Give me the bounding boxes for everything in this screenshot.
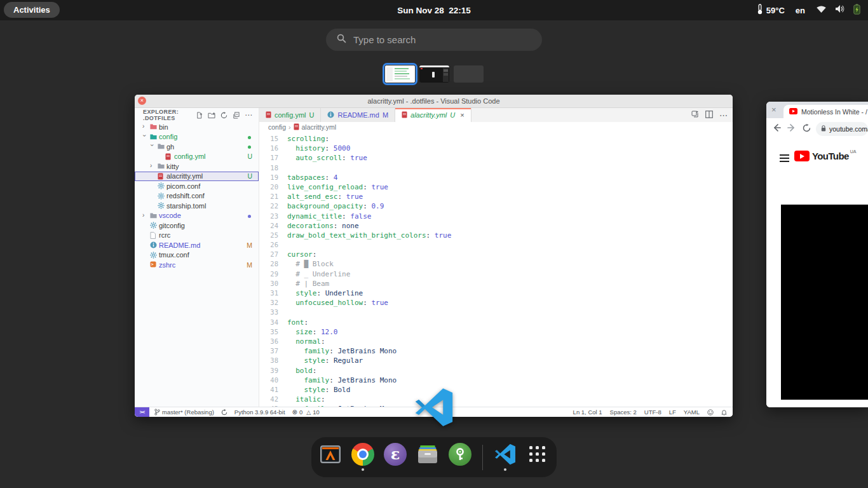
vscode-titlebar: × alacritty.yml - .dotfiles - Visual Stu…	[135, 95, 733, 108]
keyboard-layout-indicator[interactable]: en	[796, 6, 805, 15]
more-actions-icon[interactable]: ⋯	[719, 111, 728, 120]
tree-item-vscode[interactable]: ›vscode	[135, 211, 259, 221]
open-changes-icon[interactable]	[691, 111, 699, 119]
line-number: 22	[259, 201, 287, 211]
youtube-logo[interactable]: YouTube UA	[794, 151, 856, 161]
tree-item-config.yml[interactable]: config.ymlU	[135, 152, 259, 162]
explorer-header: EXPLORER: .DOTFILES ⋯	[135, 108, 259, 122]
status-lf[interactable]: LF	[669, 409, 676, 416]
close-tab-icon[interactable]: ×	[460, 111, 464, 119]
dock-item-chrome[interactable]	[351, 440, 375, 475]
refresh-icon[interactable]	[220, 112, 227, 119]
code-editor[interactable]: 15scrolling:16 history: 500017 auto_scro…	[259, 132, 733, 407]
status-spaces-2[interactable]: Spaces: 2	[610, 409, 637, 416]
tab-config.yml[interactable]: config.ymlU	[259, 108, 321, 122]
chrome-logo	[351, 443, 374, 466]
python-interpreter[interactable]: Python 3.9.9 64-bit	[234, 409, 285, 416]
vscode-window[interactable]: × alacritty.yml - .dotfiles - Visual Stu…	[135, 95, 733, 417]
code-line-23: 23dynamic_title: false	[259, 212, 733, 221]
close-tab-icon[interactable]: ×	[771, 105, 776, 114]
breadcrumb-separator: ›	[288, 123, 291, 131]
line-number: 17	[259, 153, 287, 163]
volume-icon[interactable]	[835, 4, 845, 16]
chrome-icon	[351, 442, 375, 466]
line-number: 24	[259, 221, 287, 231]
code-line-20: 20live_config_reload: true	[259, 182, 733, 192]
temperature-value: 59°C	[766, 6, 785, 15]
dock-item-app-grid[interactable]	[526, 440, 550, 475]
search-placeholder: Type to search	[353, 34, 416, 45]
line-number: 23	[259, 212, 287, 221]
dock-item-alacritty[interactable]	[318, 440, 342, 475]
git-badge: M	[247, 241, 252, 249]
search-input[interactable]: Type to search	[326, 29, 542, 51]
line-number: 20	[259, 182, 287, 192]
tree-item-tmux.conf[interactable]: tmux.conf	[135, 250, 259, 261]
git-badge: M	[247, 261, 252, 269]
breadcrumb-file[interactable]: alacritty.yml	[302, 123, 337, 131]
tree-item-starship.toml[interactable]: starship.toml	[135, 201, 259, 211]
breadcrumb[interactable]: config › alacritty.yml	[259, 122, 733, 132]
workspace-thumbnail-3[interactable]	[454, 65, 484, 83]
new-folder-icon[interactable]	[208, 112, 215, 119]
menu-icon[interactable]	[780, 154, 789, 164]
feedback-icon[interactable]	[707, 409, 714, 416]
sync-changes-icon[interactable]	[221, 409, 227, 416]
status-yaml[interactable]: YAML	[684, 409, 700, 416]
collapse-folders-icon[interactable]	[233, 112, 240, 119]
tree-item-picom.conf[interactable]: picom.conf	[135, 181, 259, 191]
tree-item-README.md[interactable]: README.mdM	[135, 240, 259, 250]
dock-item-vscode[interactable]	[493, 440, 517, 475]
bell-icon[interactable]	[721, 409, 727, 416]
chrome-window[interactable]: × Motionless In White - / youtube.com/wa	[766, 102, 868, 407]
yaml-icon	[165, 153, 171, 161]
new-file-icon[interactable]	[196, 112, 203, 119]
gear-icon	[158, 182, 165, 191]
git-branch-status[interactable]: master* (Rebasing)	[154, 409, 214, 416]
tree-item-config[interactable]: ›config	[135, 132, 259, 142]
video-player[interactable]	[781, 205, 868, 400]
dock-item-emacs[interactable]: ε	[383, 440, 407, 475]
chevron-icon: ›	[150, 162, 155, 169]
back-icon[interactable]	[772, 123, 781, 135]
editor-actions: ⋯	[691, 108, 728, 122]
workspace-thumbnail-1[interactable]	[385, 65, 415, 83]
workspace-thumbnail-2[interactable]	[419, 65, 449, 83]
chrome-active-tab[interactable]: Motionless In White - /	[783, 105, 868, 118]
line-number: 15	[259, 134, 287, 144]
chevron-icon: ›	[142, 123, 147, 130]
chrome-tab-strip: × Motionless In White - /	[766, 102, 868, 118]
system-tray[interactable]: 59°C en	[757, 0, 860, 20]
more-actions-icon[interactable]: ⋯	[245, 112, 253, 118]
clock[interactable]: Sun Nov 28 22:15	[0, 0, 868, 20]
tree-item-zshrc[interactable]: >zshrcM	[135, 260, 259, 270]
tab-title: Motionless In White - /	[801, 108, 867, 116]
tab-alacritty.yml[interactable]: alacritty.ymlU×	[395, 108, 471, 122]
tab-README.md[interactable]: README.mdM	[321, 108, 395, 122]
tree-item-redshift.conf[interactable]: redshift.conf	[135, 191, 259, 201]
tree-item-gh[interactable]: ›gh	[135, 142, 259, 152]
status-utf-8[interactable]: UTF-8	[644, 409, 661, 416]
reload-icon[interactable]	[803, 123, 811, 135]
forward-icon[interactable]	[787, 123, 796, 135]
youtube-favicon	[789, 108, 797, 116]
battery-charging-icon[interactable]	[853, 4, 860, 17]
code-line-41: 41 style: Bold	[259, 385, 733, 395]
wifi-icon[interactable]	[816, 4, 827, 16]
lock-icon	[821, 125, 826, 133]
remote-indicator[interactable]: ><	[135, 407, 149, 417]
tree-item-rcrc[interactable]: rcrc	[135, 231, 259, 241]
dock-item-files[interactable]	[416, 440, 440, 475]
split-editor-icon[interactable]	[705, 111, 713, 119]
status-ln-1-col-1[interactable]: Ln 1, Col 1	[573, 409, 602, 416]
line-number: 42	[259, 395, 287, 404]
tree-item-kitty[interactable]: ›kitty	[135, 161, 259, 172]
tree-item-alacritty.yml[interactable]: alacritty.ymlU	[135, 172, 259, 182]
address-bar[interactable]: youtube.com/wa	[816, 122, 868, 136]
breadcrumb-folder[interactable]: config	[268, 123, 286, 131]
tree-item-gitconfig[interactable]: gitconfig	[135, 220, 259, 231]
line-number: 31	[259, 288, 287, 298]
dock-item-keepassxc[interactable]	[448, 440, 472, 475]
problems-indicator[interactable]: ⊗0 △10	[292, 409, 320, 416]
tree-item-bin[interactable]: ›bin	[135, 122, 259, 132]
